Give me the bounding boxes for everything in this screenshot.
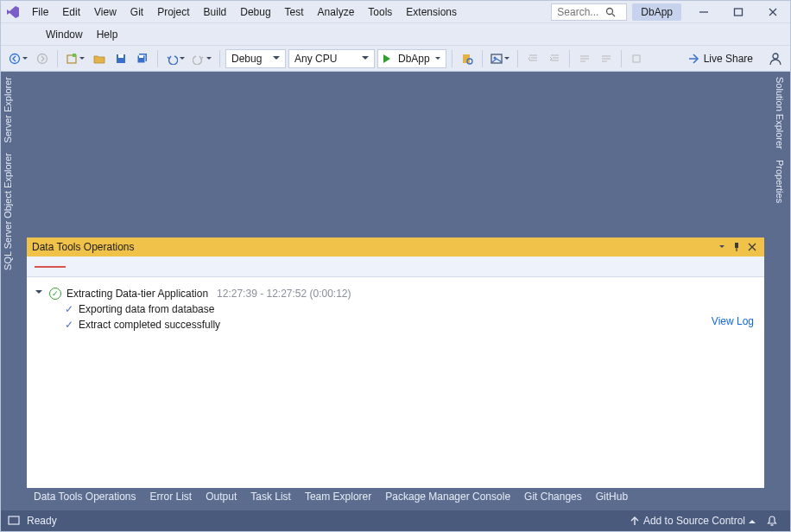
configuration-selected: Debug [231,53,262,65]
search-icon [605,7,616,17]
btab-github[interactable]: GitHub [589,488,635,505]
btab-task-list[interactable]: Task List [244,488,298,505]
chevron-down-icon [504,57,509,62]
main-menu-row2: Window Help [1,23,790,46]
menu-extensions[interactable]: Extensions [399,1,464,22]
chevron-up-icon [749,516,756,523]
indent-button[interactable] [545,49,564,68]
toolbar: Debug Any CPU DbApp Live Share [1,46,790,72]
save-button[interactable] [111,49,130,68]
uncomment-button[interactable] [597,49,616,68]
save-all-button[interactable] [133,49,152,68]
menu-git[interactable]: Git [123,1,150,22]
operation-step-label: Extract completed successfully [79,319,220,331]
side-tab-server-explorer[interactable]: Server Explorer [1,72,15,148]
outdent-button[interactable] [523,49,542,68]
status-ready: Ready [27,515,57,527]
redo-button[interactable] [190,49,214,68]
side-tab-properties[interactable]: Properties [773,155,787,208]
window-minimize-button[interactable] [687,1,721,23]
btab-git-changes[interactable]: Git Changes [517,488,589,505]
nav-back-button[interactable] [6,49,30,68]
chevron-down-icon [79,57,85,62]
chevron-down-icon [719,245,725,250]
menu-debug[interactable]: Debug [233,1,277,22]
chevron-down-icon [22,57,28,62]
live-share-button[interactable]: Live Share [682,53,758,65]
menu-file[interactable]: File [25,1,55,22]
panel-toolbar-list-icon[interactable] [32,257,68,276]
btab-data-tools-operations[interactable]: Data Tools Operations [27,488,143,505]
panel-close-button[interactable] [745,240,759,254]
side-tab-solution-explorer[interactable]: Solution Explorer [773,72,787,155]
chevron-down-icon [435,57,440,62]
btab-output[interactable]: Output [199,488,244,505]
panel-title: Data Tools Operations [32,241,712,253]
nav-forward-button[interactable] [33,49,52,68]
status-bar: Ready Add to Source Control [1,510,790,531]
menu-analyze[interactable]: Analyze [311,1,362,22]
menu-test[interactable]: Test [278,1,311,22]
menu-project[interactable]: Project [150,1,196,22]
chevron-down-icon [180,57,185,62]
start-debug-button[interactable]: DbApp [377,49,446,68]
panel-options-button[interactable] [714,240,728,254]
view-log-link[interactable]: View Log [712,315,754,327]
notifications-button[interactable] [761,510,783,531]
bookmark-button[interactable] [627,49,646,68]
menu-view[interactable]: View [87,1,123,22]
chevron-down-icon [362,56,369,63]
menu-tools[interactable]: Tools [361,1,399,22]
menu-build[interactable]: Build [197,1,234,22]
search-input[interactable] [555,5,605,19]
play-icon [383,54,395,63]
vs-logo-icon [1,1,25,23]
success-icon: ✓ [49,288,61,300]
menu-window[interactable]: Window [39,23,90,45]
side-tab-sql-object-explorer[interactable]: SQL Server Object Explorer [1,148,15,276]
live-share-icon [687,53,699,65]
panel-header[interactable]: Data Tools Operations [27,238,764,256]
expander-icon[interactable] [35,290,42,297]
btab-package-manager-console[interactable]: Package Manager Console [378,488,517,505]
menu-help[interactable]: Help [90,23,125,45]
undo-button[interactable] [163,49,187,68]
btab-team-explorer[interactable]: Team Explorer [298,488,378,505]
search-box[interactable] [551,3,627,21]
pin-icon [732,243,741,251]
svg-rect-35 [735,243,738,248]
title-bar: File Edit View Git Project Build Debug T… [1,1,790,23]
solution-name-pill[interactable]: DbApp [632,3,681,21]
new-project-button[interactable] [63,49,87,68]
btab-error-list[interactable]: Error List [143,488,199,505]
data-tools-operations-panel: Data Tools Operations ✓ Extracting Data-… [27,238,764,488]
operation-time: 12:27:39 - 12:27:52 (0:00:12) [217,288,351,300]
window-close-button[interactable] [756,1,790,23]
comment-button[interactable] [575,49,594,68]
operation-step: ✓ Extract completed successfully [35,317,756,332]
svg-rect-15 [139,55,143,58]
window-maximize-button[interactable] [721,1,756,23]
operation-row: ✓ Extracting Data-tier Application 12:27… [35,286,756,301]
status-output-icon [8,516,20,526]
menu-edit[interactable]: Edit [55,1,87,22]
add-to-source-control-button[interactable]: Add to Source Control [624,510,761,531]
svg-rect-4 [735,9,743,16]
panel-body: ✓ Extracting Data-tier Application 12:27… [27,277,764,488]
operation-title: Extracting Data-tier Application [66,288,208,300]
configuration-dropdown[interactable]: Debug [225,49,286,68]
chevron-down-icon [273,56,280,63]
find-in-files-button[interactable] [458,49,477,68]
check-icon: ✓ [65,303,73,315]
account-button[interactable] [766,49,785,68]
panel-toolbar [27,256,764,277]
platform-dropdown[interactable]: Any CPU [288,49,375,68]
picture-insert-button[interactable] [488,49,512,68]
open-file-button[interactable] [90,49,109,68]
left-tool-well: Server Explorer SQL Server Object Explor… [1,72,18,497]
svg-point-8 [38,54,47,63]
panel-pin-button[interactable] [730,240,744,254]
svg-line-2 [612,14,615,16]
bottom-tab-strip: Data Tools Operations Error List Output … [27,488,764,505]
svg-rect-10 [73,54,76,57]
